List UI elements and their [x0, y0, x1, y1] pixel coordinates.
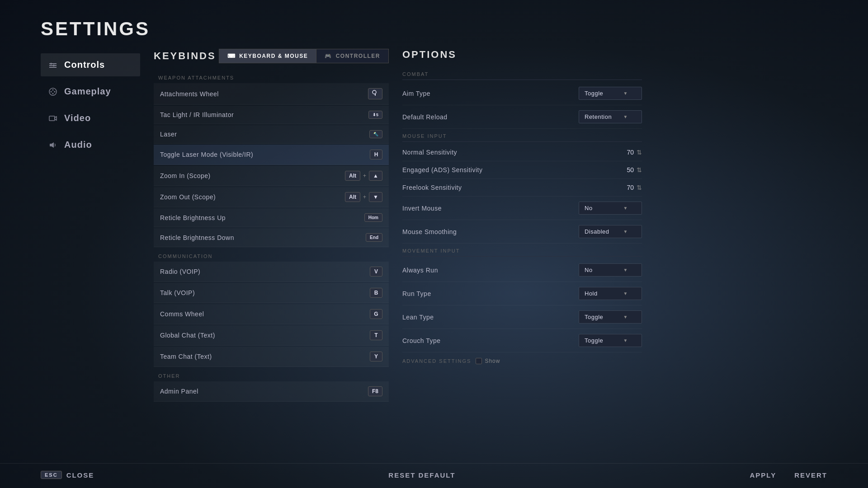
show-advanced-checkbox[interactable]: Show [476, 358, 500, 364]
keybind-keys: Y [370, 352, 382, 361]
number-adjust-icon[interactable]: ⇅ [637, 166, 642, 174]
option-invert-mouse: Invert Mouse No ▼ [402, 197, 642, 220]
checkbox-box[interactable] [476, 358, 482, 364]
sidebar-item-video[interactable]: Video [41, 107, 140, 130]
sidebar-item-controls[interactable]: Controls [41, 53, 140, 76]
key-plus: + [363, 173, 366, 179]
tab-keyboard[interactable]: ⌨ KEYBOARD & MOUSE [219, 49, 316, 63]
option-lean-type: Lean Type Toggle ▼ [402, 305, 642, 329]
close-label: Close [66, 471, 94, 479]
keybind-laser[interactable]: Laser 🔦 [154, 125, 389, 144]
number-adjust-icon[interactable]: ⇅ [637, 184, 642, 191]
keybind-team-chat[interactable]: Team Chat (Text) Y [154, 347, 389, 367]
option-crouch-type: Crouch Type Toggle ▼ [402, 329, 642, 352]
keybind-keys: V [370, 267, 382, 277]
svg-point-5 [49, 88, 57, 95]
keybind-tac-light[interactable]: Tac Light / IR Illuminator ⬇5 [154, 106, 389, 124]
advanced-settings-row: ADVANCED SETTINGS Show [402, 352, 642, 366]
footer-right: APPLY REVERT [750, 471, 827, 479]
number-adjust-icon[interactable]: ⇅ [637, 149, 642, 156]
keybind-admin-panel[interactable]: Admin Panel F8 [154, 381, 389, 402]
advanced-settings-label: ADVANCED SETTINGS [402, 358, 471, 364]
crouch-type-dropdown[interactable]: Toggle ▼ [579, 334, 642, 347]
sidebar-label-video: Video [64, 113, 91, 123]
key-badge: T [370, 330, 382, 340]
svg-rect-1 [49, 65, 57, 66]
default-reload-dropdown[interactable]: Retention ▼ [579, 110, 642, 123]
key-badge: Alt [345, 171, 360, 181]
keybind-zoom-out[interactable]: Zoom Out (Scope) Alt + ▼ [154, 187, 389, 207]
option-label: Always Run [402, 267, 438, 274]
option-label: Run Type [402, 290, 431, 297]
option-control[interactable]: Hold ▼ [561, 287, 642, 300]
option-label: Aim Type [402, 90, 430, 97]
option-control: 70 ⇅ [561, 184, 642, 191]
revert-button[interactable]: REVERT [794, 471, 827, 479]
keybind-name: Reticle Brightness Down [160, 234, 234, 241]
svg-rect-10 [49, 116, 55, 121]
number-value: 70 [620, 184, 634, 191]
lean-type-dropdown[interactable]: Toggle ▼ [579, 310, 642, 324]
keybind-zoom-in[interactable]: Zoom In (Scope) Alt + ▲ [154, 166, 389, 186]
close-button[interactable]: Esc Close [41, 471, 94, 479]
keybinds-list[interactable]: WEAPON ATTACHMENTS Attachments Wheel Tac… [154, 70, 389, 459]
number-input: 50 ⇅ [620, 166, 642, 174]
sidebar-item-audio[interactable]: Audio [41, 133, 140, 156]
aim-type-dropdown[interactable]: Toggle ▼ [579, 87, 642, 100]
sidebar: Controls Gameplay [41, 49, 140, 459]
keybind-reticle-down[interactable]: Reticle Brightness Down End [154, 228, 389, 247]
option-aim-type: Aim Type Toggle ▼ [402, 82, 642, 105]
always-run-dropdown[interactable]: No ▼ [579, 263, 642, 277]
dropdown-arrow-icon: ▼ [623, 206, 628, 211]
option-control[interactable]: Toggle ▼ [561, 334, 642, 347]
keybind-keys: H [370, 150, 382, 160]
option-control[interactable]: Disabled ▼ [561, 225, 642, 238]
option-label: Normal Sensitivity [402, 149, 457, 156]
sidebar-item-gameplay[interactable]: Gameplay [41, 80, 140, 103]
option-control[interactable]: Toggle ▼ [561, 310, 642, 324]
gameplay-icon [48, 87, 58, 97]
key-badge: Y [370, 352, 382, 361]
tab-switcher: ⌨ KEYBOARD & MOUSE 🎮 CONTROLLER [219, 49, 389, 63]
dropdown-arrow-icon: ▼ [623, 91, 628, 96]
audio-icon [48, 140, 58, 150]
keybind-comms-wheel[interactable]: Comms Wheel G [154, 304, 389, 324]
keybind-radio-voip[interactable]: Radio (VOIP) V [154, 262, 389, 282]
option-control[interactable]: Retention ▼ [561, 110, 642, 123]
option-control: 50 ⇅ [561, 166, 642, 174]
keybind-keys: F8 [368, 386, 382, 396]
section-other: OTHER [154, 368, 389, 381]
dropdown-arrow-icon: ▼ [623, 267, 628, 272]
option-control[interactable]: Toggle ▼ [561, 87, 642, 100]
tab-controller[interactable]: 🎮 CONTROLLER [316, 49, 388, 63]
reset-default-button[interactable]: RESET DEFAULT [388, 471, 455, 479]
keybind-keys: Alt + ▲ [345, 171, 382, 181]
option-label: Freelook Sensitivity [402, 184, 462, 191]
section-movement-input: MOVEMENT INPUT [402, 244, 642, 257]
keybind-reticle-up[interactable]: Reticle Brightness Up Hom [154, 208, 389, 227]
run-type-dropdown[interactable]: Hold ▼ [579, 287, 642, 300]
mouse-smoothing-dropdown[interactable]: Disabled ▼ [579, 225, 642, 238]
keybind-name: Toggle Laser Mode (Visible/IR) [160, 151, 253, 158]
apply-button[interactable]: APPLY [750, 471, 777, 479]
invert-mouse-dropdown[interactable]: No ▼ [579, 202, 642, 215]
key-badge [368, 88, 382, 99]
dropdown-arrow-icon: ▼ [623, 291, 628, 296]
keybind-toggle-laser[interactable]: Toggle Laser Mode (Visible/IR) H [154, 145, 389, 165]
key-badge: End [366, 233, 382, 242]
sidebar-label-audio: Audio [64, 140, 92, 150]
content-wrapper: SETTINGS Controls [0, 0, 868, 488]
option-control[interactable]: No ▼ [561, 202, 642, 215]
keybind-talk-voip[interactable]: Talk (VOIP) B [154, 283, 389, 303]
keybind-attachments-wheel[interactable]: Attachments Wheel [154, 83, 389, 105]
key-badge: ▼ [369, 192, 382, 202]
checkbox-label: Show [485, 358, 500, 364]
option-control[interactable]: No ▼ [561, 263, 642, 277]
key-badge: Alt [345, 192, 360, 202]
revert-label: REVERT [794, 471, 827, 479]
keybind-keys: 🔦 [369, 130, 382, 138]
keybind-name: Zoom Out (Scope) [160, 193, 216, 201]
svg-rect-13 [375, 94, 376, 96]
keybind-global-chat[interactable]: Global Chat (Text) T [154, 325, 389, 346]
keyboard-icon: ⌨ [227, 53, 236, 59]
